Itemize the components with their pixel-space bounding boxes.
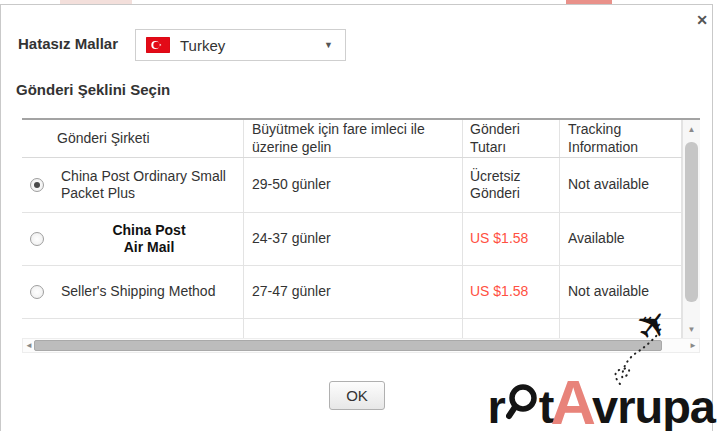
table-row[interactable]: China PostAir Mail 24-37 günler US $1.58…: [22, 213, 682, 266]
shipping-method-radio[interactable]: [30, 285, 44, 299]
shipping-method-radio[interactable]: [30, 232, 44, 246]
vertical-scrollbar-thumb[interactable]: [685, 142, 698, 302]
col-header-delivery: Büyütmek için fare imleci ile üzerine ge…: [244, 120, 463, 157]
delivery-time: 24-37 günler: [252, 230, 331, 248]
tracking-info: Available: [568, 230, 625, 248]
scroll-right-icon[interactable]: ►: [687, 339, 699, 352]
logo-letter: r: [488, 388, 505, 427]
logo-letter-accent: A: [551, 378, 596, 427]
col-header-cost: Gönderi Tutarı: [463, 120, 560, 157]
shipping-company-name: China PostAir Mail: [61, 222, 237, 257]
country-dropdown[interactable]: Turkey ▼: [135, 29, 346, 61]
shipping-methods-table: Gönderi Şirketi Büyütmek için fare imlec…: [22, 118, 700, 338]
table-body: China Post Ordinary Small Packet Plus 29…: [22, 158, 700, 338]
close-icon[interactable]: ✕: [692, 10, 712, 30]
ship-to-label: Hatasız Mallar: [18, 35, 118, 52]
page-title: Gönderi Şeklini Seçin: [16, 81, 170, 98]
shipping-cost: Ücretsiz Gönderi: [470, 168, 553, 203]
shipping-company-name: China Post Ordinary Small Packet Plus: [61, 168, 237, 203]
col-header-tracking: Tracking Information: [560, 120, 682, 157]
col-header-company: Gönderi Şirketi: [22, 120, 244, 157]
logo-letters: vrupa: [592, 388, 715, 427]
delivery-time: 29-50 günler: [252, 176, 331, 194]
horizontal-scrollbar-thumb[interactable]: [34, 340, 662, 351]
scroll-down-icon[interactable]: ▼: [683, 322, 700, 338]
table-header-row: Gönderi Şirketi Büyütmek için fare imlec…: [22, 120, 682, 158]
chevron-down-icon: ▼: [324, 40, 333, 50]
country-dropdown-value: Turkey: [180, 37, 225, 54]
tracking-info: Not available: [568, 176, 649, 194]
ok-button[interactable]: OK: [329, 381, 385, 410]
shipping-cost: US $1.58: [470, 283, 528, 301]
scroll-up-icon[interactable]: ▲: [683, 122, 700, 138]
shipping-cost: US $1.58: [470, 230, 528, 248]
turkey-flag-icon: [146, 37, 170, 53]
tracking-info: Not available: [568, 283, 649, 301]
shipping-method-radio[interactable]: [30, 178, 44, 192]
screenshot-stage: ✕ Hatasız Mallar Turkey ▼ Gönderi Şeklin…: [0, 0, 720, 431]
shipping-company-name: Seller's Shipping Method: [61, 283, 237, 301]
table-row[interactable]: Seller's Shipping Method 27-47 günler US…: [22, 266, 682, 319]
delivery-time: 27-47 günler: [252, 283, 331, 301]
table-row[interactable]: Packet 30-49 günler US $4.53 Not availab…: [22, 319, 682, 338]
vertical-scrollbar[interactable]: ▲ ▼: [682, 120, 700, 338]
table-row[interactable]: China Post Ordinary Small Packet Plus 29…: [22, 158, 682, 213]
magnifier-icon: [506, 383, 538, 425]
